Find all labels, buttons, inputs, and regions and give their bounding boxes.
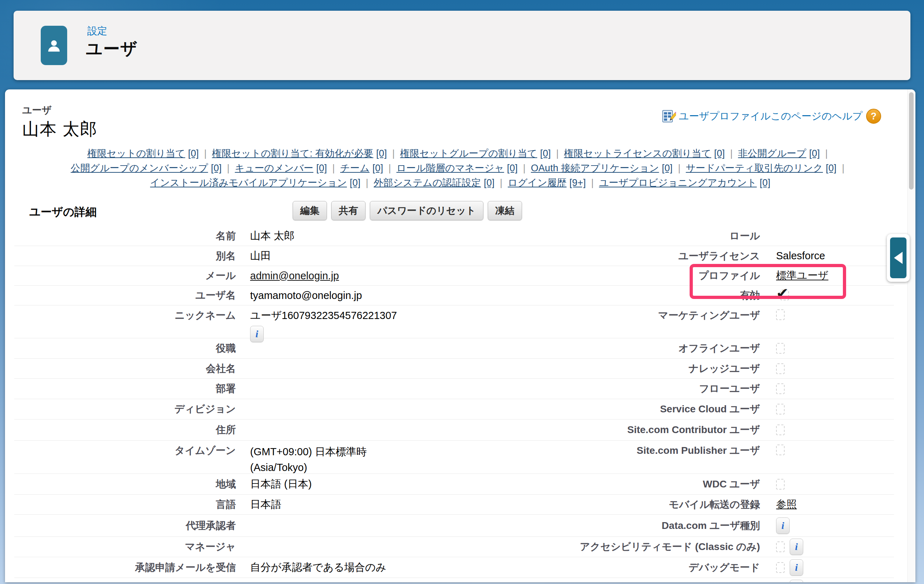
related-list-link[interactable]: サードパーティ取引先のリンク: [686, 163, 823, 174]
checked-checkbox-icon: ✔: [776, 289, 790, 302]
related-list-count-link[interactable]: [0]: [714, 148, 725, 159]
profile-link[interactable]: 標準ユーザ: [776, 268, 828, 283]
related-list-count-link[interactable]: [0]: [826, 163, 837, 174]
field-label: 地域: [14, 477, 236, 491]
field-value: Salesforce: [776, 250, 894, 262]
inner-scrollbar[interactable]: [907, 89, 916, 582]
help-icon[interactable]: ?: [866, 109, 881, 124]
detail-row: 言語日本語モバイル転送の登録参照: [14, 495, 894, 515]
field-value: i: [776, 539, 894, 555]
user-profile-link[interactable]: ユーザプロファイル: [679, 109, 771, 123]
share-button[interactable]: 共有: [331, 201, 366, 220]
related-list-count-link[interactable]: [0]: [760, 177, 771, 188]
detail-row: 別名山田ユーザライセンスSalesforce: [14, 246, 894, 266]
detail-row: 役職オフラインユーザ: [14, 338, 894, 359]
related-list-link[interactable]: 権限セットの割り当て: 有効化が必要: [212, 148, 373, 159]
field-label: 別名: [14, 249, 236, 263]
info-icon[interactable]: i: [790, 580, 803, 582]
field-value-line: (Asia/Tokyo): [250, 460, 450, 475]
separator: |: [500, 177, 502, 188]
related-list-count-link[interactable]: [0]: [372, 163, 383, 174]
field-label: 代理承認者: [14, 519, 236, 533]
related-list-link[interactable]: 権限セットの割り当て: [87, 148, 185, 159]
inner-scrollbar-thumb[interactable]: [909, 92, 914, 190]
related-list-links: 権限セットの割り当て[0]|権限セットの割り当て: 有効化が必要[0]|権限セッ…: [5, 146, 916, 190]
related-list-count-link[interactable]: [0]: [211, 163, 221, 174]
record-header: ユーザ 山本 太郎: [22, 104, 97, 141]
field-label: Site.com Publisher ユーザ: [450, 444, 760, 457]
separator: |: [678, 163, 680, 174]
related-list-count-link[interactable]: [0]: [662, 163, 672, 174]
related-list-link[interactable]: OAuth 接続アプリケーション: [531, 163, 659, 174]
detail-row: 会社名ナレッジユーザ: [14, 359, 894, 379]
email-link[interactable]: admin@onelogin.jp: [250, 270, 339, 281]
related-list-link[interactable]: 公開グループのメンバーシップ: [71, 163, 208, 174]
field-value: i: [776, 580, 894, 582]
disabled-checkbox-icon: [776, 383, 785, 394]
related-list-link[interactable]: ロール階層のマネージャ: [396, 163, 504, 174]
info-icon[interactable]: i: [790, 539, 803, 555]
field-value: 参照: [776, 498, 894, 512]
related-list-link[interactable]: 非公開グループ: [738, 148, 807, 159]
field-value: [776, 404, 894, 415]
field-label: Data.com ユーザ種別: [450, 519, 760, 533]
related-list-count-link[interactable]: [0]: [350, 177, 361, 188]
action-buttons: 編集共有パスワードのリセット凍結: [293, 201, 522, 220]
reset-password-button[interactable]: パスワードのリセット: [370, 201, 483, 220]
freeze-button[interactable]: 凍結: [488, 201, 522, 220]
collapse-sidebar-tab[interactable]: [887, 234, 910, 282]
page-title: ユーザ: [86, 38, 138, 60]
separator: |: [332, 163, 335, 174]
breadcrumb-setup-link[interactable]: 設定: [87, 24, 107, 38]
edit-layout-icon[interactable]: [662, 109, 676, 123]
info-icon[interactable]: i: [250, 326, 264, 342]
disabled-checkbox-icon: [776, 445, 785, 455]
separator: |: [730, 148, 733, 159]
field-label: WDC ユーザ: [450, 477, 760, 491]
detail-row: タイムゾーン(GMT+09:00) 日本標準時(Asia/Tokyo)Site.…: [14, 441, 894, 474]
related-list-link[interactable]: キューのメンバー: [235, 163, 314, 174]
detail-row: 住所Site.com Contributor ユーザ: [14, 420, 894, 441]
mobile-registration-view-link[interactable]: 参照: [776, 498, 797, 512]
related-list-count-link[interactable]: [0]: [540, 148, 551, 159]
field-value: tyamamoto@onelogin.jp: [250, 290, 450, 301]
related-list-link[interactable]: ユーザプロビジョニングアカウント: [599, 177, 757, 188]
field-label: 言語: [14, 498, 236, 511]
related-list-link[interactable]: 権限セットライセンスの割り当て: [564, 148, 711, 159]
disabled-checkbox-icon: [776, 562, 785, 573]
related-list-link[interactable]: チーム: [340, 163, 370, 174]
related-list-link[interactable]: 権限セットグループの割り当て: [400, 148, 537, 159]
disabled-checkbox-icon: [776, 479, 785, 490]
field-value-text: ユーザ16079322354576221307: [250, 309, 450, 323]
field-value: 山本 太郎: [250, 229, 450, 243]
related-list-count-link[interactable]: [0]: [484, 177, 495, 188]
info-icon[interactable]: i: [790, 559, 803, 576]
edit-button[interactable]: 編集: [293, 201, 327, 220]
related-list-count-link[interactable]: [0]: [188, 148, 199, 159]
separator: |: [366, 177, 368, 188]
related-list-link[interactable]: ログイン履歴: [508, 177, 567, 188]
separator: |: [204, 148, 206, 159]
field-value: [776, 309, 894, 320]
field-value: i: [776, 559, 894, 576]
separator: |: [227, 163, 229, 174]
detail-row: マネージャアクセシビリティモード (Classic のみ)i: [14, 537, 894, 557]
related-list-count-link[interactable]: [9+]: [569, 177, 586, 188]
related-list-link[interactable]: 外部システムの認証設定: [374, 177, 481, 188]
field-label: マネージャ: [14, 540, 236, 554]
related-list-count-link[interactable]: [0]: [376, 148, 387, 159]
field-label: ユーザ名: [14, 289, 236, 302]
field-label: ニックネーム: [14, 309, 236, 322]
related-list-count-link[interactable]: [0]: [316, 163, 327, 174]
field-label: 会社名: [14, 362, 236, 376]
page-help-link[interactable]: このページのヘルプ: [771, 109, 863, 123]
field-label: メール: [14, 269, 236, 283]
field-label: 住所: [14, 423, 236, 437]
related-list-count-link[interactable]: [0]: [809, 148, 820, 159]
info-icon[interactable]: i: [776, 518, 790, 534]
related-list-link[interactable]: インストール済みモバイルアプリケーション: [150, 177, 347, 188]
field-label: オフラインユーザ: [450, 342, 760, 355]
user-detail-card: ユーザ 山本 太郎 ユーザプロファイル このページのヘルプ: [5, 89, 916, 582]
detail-row: 統合 IDグラフの高コントラストパレットi: [14, 578, 894, 582]
related-list-count-link[interactable]: [0]: [507, 163, 518, 174]
